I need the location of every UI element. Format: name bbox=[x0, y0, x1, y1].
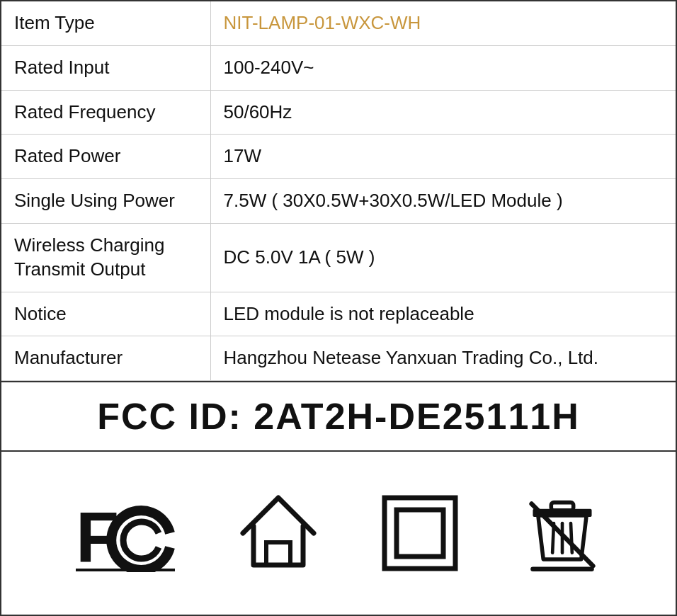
table-row: Item TypeNIT-LAMP-01-WXC-WH bbox=[1, 1, 676, 45]
row-5-value: DC 5.0V 1A ( 5W ) bbox=[210, 223, 676, 292]
icons-section: F bbox=[1, 452, 676, 615]
double-insulation-icon-wrapper bbox=[381, 494, 459, 572]
svg-rect-2 bbox=[266, 542, 290, 565]
house-icon-wrapper bbox=[239, 494, 317, 572]
table-row: NoticeLED module is not replaceable bbox=[1, 292, 676, 336]
row-0-label: Item Type bbox=[1, 1, 210, 45]
weee-icon-wrapper bbox=[523, 491, 601, 576]
row-1-label: Rated Input bbox=[1, 45, 210, 90]
table-row: ManufacturerHangzhou Netease Yanxuan Tra… bbox=[1, 336, 676, 381]
table-row: Rated Input100-240V~ bbox=[1, 45, 676, 90]
fcc-id-section: FCC ID: 2AT2H-DE25111H bbox=[1, 381, 676, 452]
row-4-label: Single Using Power bbox=[1, 179, 210, 224]
fcc-id-text: FCC ID: 2AT2H-DE25111H bbox=[8, 395, 669, 438]
row-7-label: Manufacturer bbox=[1, 336, 210, 381]
table-row: Rated Frequency50/60Hz bbox=[1, 90, 676, 135]
house-icon bbox=[239, 494, 317, 572]
svg-line-9 bbox=[571, 523, 572, 553]
specs-table: Item TypeNIT-LAMP-01-WXC-WHRated Input10… bbox=[1, 1, 676, 381]
weee-icon bbox=[523, 491, 601, 576]
row-1-value: 100-240V~ bbox=[210, 45, 676, 90]
row-5-label: Wireless Charging Transmit Output bbox=[1, 223, 210, 292]
table-row: Rated Power17W bbox=[1, 135, 676, 179]
svg-rect-4 bbox=[397, 510, 443, 557]
row-3-value: 17W bbox=[210, 135, 676, 179]
row-2-value: 50/60Hz bbox=[210, 90, 676, 135]
fc-logo-icon: F bbox=[76, 494, 175, 572]
row-7-value: Hangzhou Netease Yanxuan Trading Co., Lt… bbox=[210, 336, 676, 381]
svg-rect-6 bbox=[551, 503, 573, 511]
table-row: Wireless Charging Transmit OutputDC 5.0V… bbox=[1, 223, 676, 292]
row-4-value: 7.5W ( 30X0.5W+30X0.5W/LED Module ) bbox=[210, 179, 676, 224]
fc-logo-wrapper: F bbox=[76, 494, 175, 572]
row-2-label: Rated Frequency bbox=[1, 90, 210, 135]
row-6-label: Notice bbox=[1, 292, 210, 336]
row-3-label: Rated Power bbox=[1, 135, 210, 179]
row-6-value: LED module is not replaceable bbox=[210, 292, 676, 336]
row-0-value: NIT-LAMP-01-WXC-WH bbox=[210, 1, 676, 45]
main-container: Item TypeNIT-LAMP-01-WXC-WHRated Input10… bbox=[0, 0, 677, 616]
double-insulation-icon bbox=[381, 494, 459, 572]
table-row: Single Using Power7.5W ( 30X0.5W+30X0.5W… bbox=[1, 179, 676, 224]
